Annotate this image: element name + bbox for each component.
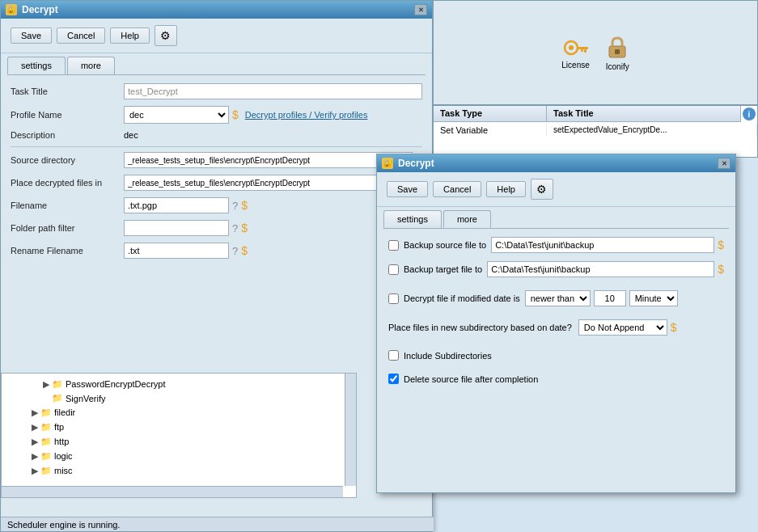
tree-label-6: logic bbox=[54, 451, 73, 461]
place-decrypted-label: Place decrypted files in bbox=[11, 178, 124, 188]
folder-icon-4: 📁 bbox=[40, 422, 52, 433]
svg-rect-3 bbox=[584, 49, 586, 53]
place-subdir-label: Place files in new subdirectory based on… bbox=[388, 323, 572, 332]
save-button-back[interactable]: Save bbox=[11, 27, 52, 44]
question-icon-rename[interactable]: ? bbox=[232, 245, 238, 257]
scrollbar-h-tree[interactable] bbox=[2, 486, 343, 497]
tree-item-signverify[interactable]: 📁 SignVerify bbox=[8, 391, 349, 405]
tree-label-5: http bbox=[54, 437, 69, 446]
folder-filter-row: Folder path filter ? $ bbox=[11, 220, 422, 236]
tree-item-filedir[interactable]: ▶ 📁 filedir bbox=[8, 405, 349, 420]
iconify-label: Iconify bbox=[606, 62, 629, 71]
number-input[interactable] bbox=[594, 290, 626, 306]
tree-label-4: ftp bbox=[54, 422, 64, 432]
backup-source-checkbox[interactable] bbox=[388, 240, 399, 251]
rename-row: Rename Filename ? $ bbox=[11, 243, 422, 259]
gear-button-back[interactable]: ⚙ bbox=[155, 25, 177, 46]
table-row[interactable]: Set Variable setExpectedValue_EncryptDe.… bbox=[434, 122, 757, 138]
close-btn-front[interactable]: ✕ bbox=[718, 158, 730, 169]
titlebar-controls-front: ✕ bbox=[718, 158, 730, 169]
save-button-front[interactable]: Save bbox=[387, 181, 428, 197]
svg-rect-6 bbox=[615, 49, 620, 54]
more-tab-content: Backup source file to $ Backup target fi… bbox=[377, 229, 735, 400]
include-sub-label: Include Subdirectories bbox=[404, 351, 492, 361]
delete-source-checkbox[interactable] bbox=[388, 374, 399, 384]
tab-more-front[interactable]: more bbox=[443, 210, 491, 228]
tree-item-ftp[interactable]: ▶ 📁 ftp bbox=[8, 420, 349, 434]
help-button-front[interactable]: Help bbox=[486, 181, 526, 197]
decrypt-modified-row: Decrypt file if modified date is newer t… bbox=[388, 290, 724, 306]
col-header-tasktype: Task Type bbox=[434, 106, 547, 121]
close-btn-back[interactable]: ✕ bbox=[414, 4, 427, 15]
dollar-icon-backup-target[interactable]: $ bbox=[718, 263, 724, 276]
place-decrypted-input[interactable] bbox=[124, 175, 413, 191]
profile-name-row: Profile Name dec $ Decrypt profiles / Ve… bbox=[11, 106, 422, 124]
include-sub-row: Include Subdirectories bbox=[388, 350, 724, 361]
dollar-icon-rename[interactable]: $ bbox=[241, 244, 248, 257]
dollar-icon-backup-source[interactable]: $ bbox=[718, 239, 724, 251]
tabs-back: settings more bbox=[1, 53, 432, 74]
question-icon-filename[interactable]: ? bbox=[232, 200, 238, 212]
tab-settings-back[interactable]: settings bbox=[7, 57, 66, 74]
filename-input[interactable] bbox=[124, 197, 229, 213]
dollar-icon-filename[interactable]: $ bbox=[241, 199, 248, 212]
backup-source-input[interactable] bbox=[491, 237, 714, 253]
place-subdir-select[interactable]: Do Not Append bbox=[578, 319, 667, 336]
titlebar-title-back: Decrypt bbox=[22, 4, 58, 15]
decrypt-window-front: 🔐 Decrypt ✕ Save Cancel Help ⚙ settings … bbox=[376, 154, 736, 493]
decrypt-window-back: 🔐 Decrypt ✕ Save Cancel Help ⚙ settings … bbox=[0, 0, 433, 532]
folder-icon-5: 📁 bbox=[40, 437, 52, 447]
tree-item-logic[interactable]: ▶ 📁 logic bbox=[8, 449, 349, 463]
dollar-icon-subdir[interactable]: $ bbox=[671, 321, 677, 334]
folder-filter-label: Folder path filter bbox=[11, 223, 124, 233]
gear-button-front[interactable]: ⚙ bbox=[531, 179, 553, 200]
tree-label-7: misc bbox=[54, 466, 73, 475]
place-decrypted-row: Place decrypted files in $ bbox=[11, 175, 422, 191]
tab-settings-front[interactable]: settings bbox=[383, 210, 442, 228]
cancel-button-back[interactable]: Cancel bbox=[57, 27, 105, 44]
cancel-button-front[interactable]: Cancel bbox=[433, 181, 481, 197]
svg-point-1 bbox=[569, 45, 574, 50]
tree-item-passwordencryptdecrypt[interactable]: ▶ 📁 PasswordEncryptDecrypt bbox=[8, 377, 349, 391]
delete-source-label: Delete source file after completion bbox=[404, 374, 538, 384]
scrollbar-v-tree[interactable] bbox=[345, 374, 356, 486]
help-button-back[interactable]: Help bbox=[110, 27, 150, 44]
folder-icon-2: 📁 bbox=[52, 393, 63, 403]
tree-item-misc[interactable]: ▶ 📁 misc bbox=[8, 463, 349, 478]
iconify-icon-item[interactable]: Iconify bbox=[606, 35, 629, 71]
rename-input[interactable] bbox=[124, 243, 229, 259]
table-area: Task Type Task Title i Set Variable setE… bbox=[433, 105, 758, 158]
dollar-icon-folder[interactable]: $ bbox=[241, 222, 248, 234]
profile-name-select[interactable]: dec bbox=[124, 106, 229, 124]
key-icon bbox=[563, 36, 589, 59]
profile-link[interactable]: Decrypt profiles / Verify profiles bbox=[245, 110, 368, 120]
right-toolbar-icons: License Iconify bbox=[561, 35, 629, 71]
cell-tasktype: Set Variable bbox=[434, 124, 547, 137]
source-dir-input[interactable] bbox=[124, 152, 413, 168]
folder-filter-input[interactable] bbox=[124, 220, 229, 236]
profile-name-label: Profile Name bbox=[11, 110, 124, 120]
info-button[interactable]: i bbox=[743, 108, 756, 120]
backup-source-label: Backup source file to bbox=[404, 240, 486, 250]
include-sub-checkbox[interactable] bbox=[388, 350, 399, 361]
tab-more-back[interactable]: more bbox=[67, 57, 115, 74]
dollar-icon-profile[interactable]: $ bbox=[232, 108, 239, 121]
decrypt-modified-checkbox[interactable] bbox=[388, 293, 399, 304]
folder-icon-1: 📁 bbox=[52, 379, 63, 390]
backup-source-row: Backup source file to $ bbox=[388, 237, 724, 253]
description-row: Description dec bbox=[11, 130, 422, 140]
tree-item-http[interactable]: ▶ 📁 http bbox=[8, 434, 349, 449]
question-icon-folder[interactable]: ? bbox=[232, 222, 238, 234]
titlebar-front: 🔐 Decrypt ✕ bbox=[377, 154, 735, 172]
license-icon-item[interactable]: License bbox=[561, 36, 589, 70]
backup-target-checkbox[interactable] bbox=[388, 264, 399, 275]
newer-than-select[interactable]: newer than bbox=[525, 290, 591, 306]
titlebar-controls-back: ✕ bbox=[414, 4, 427, 15]
folder-icon-3: 📁 bbox=[40, 407, 52, 418]
status-bar: Scheduler engine is running. bbox=[1, 517, 434, 531]
table-header: Task Type Task Title bbox=[434, 106, 741, 122]
minute-select[interactable]: Minute bbox=[629, 290, 678, 306]
backup-target-input[interactable] bbox=[487, 261, 714, 277]
task-title-input[interactable] bbox=[124, 83, 422, 99]
license-label: License bbox=[561, 61, 589, 70]
